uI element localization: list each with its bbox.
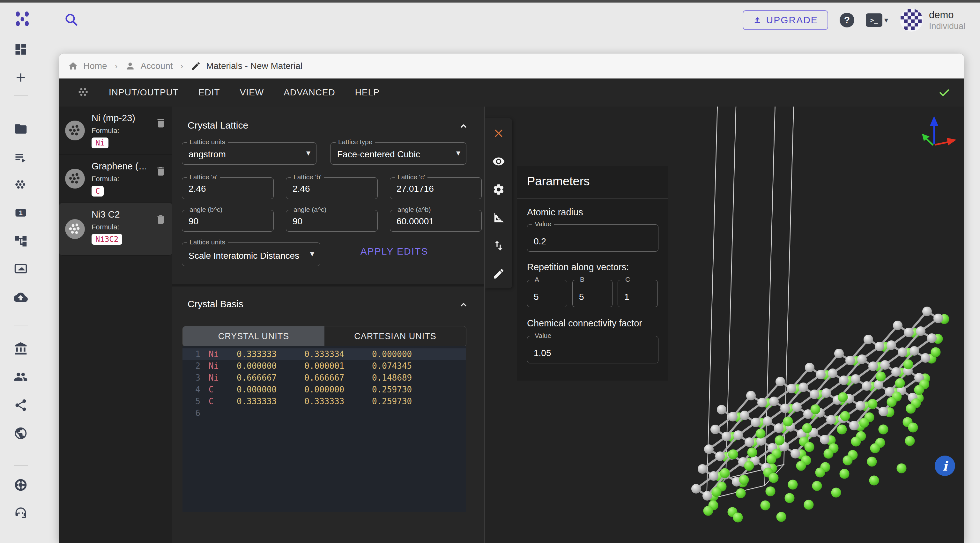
visibility-eye-icon[interactable] xyxy=(492,155,505,168)
menu-view[interactable]: VIEW xyxy=(240,88,264,98)
breadcrumb-home[interactable]: Home xyxy=(68,61,107,71)
workflows-tree-icon[interactable] xyxy=(14,234,28,248)
projects-folder-icon[interactable] xyxy=(14,122,28,136)
formula-chip: Ni3C2 xyxy=(92,234,122,245)
upload-icon xyxy=(753,16,762,25)
menu-advanced[interactable]: ADVANCED xyxy=(283,88,335,98)
menu-input-output[interactable]: INPUT/OUTPUT xyxy=(109,88,179,98)
cloud-upload-icon[interactable] xyxy=(14,290,28,304)
basis-row[interactable]: 2Ni0.0000000.0000010.074345 xyxy=(183,360,466,372)
delete-material-button[interactable] xyxy=(155,118,167,129)
settings-gear-icon[interactable] xyxy=(492,183,505,196)
formula-chip: C xyxy=(92,186,104,196)
material-item-ni3c2-selected[interactable]: Ni3 C2 Formula: Ni3C2 xyxy=(59,203,172,256)
jobs-playlist-icon[interactable] xyxy=(14,151,28,165)
edit-pencil-icon[interactable] xyxy=(492,268,505,280)
share-icon[interactable] xyxy=(14,398,28,412)
help-button[interactable]: ? xyxy=(840,13,854,27)
lattice-a-input[interactable]: Lattice 'a'2.46 xyxy=(182,177,274,199)
material-item-ni[interactable]: Ni (mp-23) Formula: Ni xyxy=(59,107,172,155)
formula-label: Formula: xyxy=(92,127,146,135)
measure-ruler-icon[interactable] xyxy=(492,211,505,224)
basis-row[interactable]: 5C0.3333330.3333330.259730 xyxy=(183,396,466,408)
angle-ab-input[interactable]: angle (a^b)60.00001 xyxy=(390,210,482,232)
material-title: Ni (mp-23) xyxy=(92,113,146,123)
editor-panel: Crystal Lattice Lattice units angstrom ▾… xyxy=(172,107,485,543)
repetition-c-input[interactable]: C1 xyxy=(617,280,658,307)
lattice-type-select[interactable]: Lattice type Face-centered Cubic ▾ xyxy=(331,142,466,165)
parameters-title: Parameters xyxy=(527,175,590,188)
dropdown-caret-icon: ▾ xyxy=(306,148,310,158)
tab-crystal-units[interactable]: CRYSTAL UNITS xyxy=(183,326,325,346)
unit-badge-icon[interactable]: 1 xyxy=(14,205,28,220)
svg-text:1: 1 xyxy=(19,209,22,216)
atomic-radius-label: Atomic radius xyxy=(527,207,583,218)
lattice-c-input[interactable]: Lattice 'c'27.01716 xyxy=(390,177,482,199)
collapse-chevron-up-icon[interactable] xyxy=(458,121,469,131)
collapse-chevron-up-icon[interactable] xyxy=(458,299,469,310)
viewer-toolbar xyxy=(485,118,512,288)
basis-code[interactable]: 1Ni0.3333330.3333340.0000002Ni0.0000000.… xyxy=(183,346,466,512)
console-menu-button[interactable]: >_ ▾ xyxy=(866,13,888,27)
support-wheel-icon[interactable] xyxy=(14,478,28,492)
close-icon[interactable] xyxy=(492,127,505,140)
connectivity-input[interactable]: Value1.05 xyxy=(527,336,659,363)
user-name: demo xyxy=(929,9,965,21)
material-item-graphene[interactable]: Graphene (… Formula: C xyxy=(59,155,172,203)
user-menu[interactable]: demo Individual xyxy=(900,8,965,32)
viewer-3d[interactable]: Parameters Atomic radius Value0.2 Repeti… xyxy=(485,107,964,543)
tab-cartesian-units[interactable]: CARTESIAN UNITS xyxy=(325,326,466,346)
lattice-units-mode-select[interactable]: Lattice units Scale Interatomic Distance… xyxy=(182,242,320,266)
sidebar-divider xyxy=(14,96,28,96)
lattice-b-input[interactable]: Lattice 'b'2.46 xyxy=(286,177,378,199)
upgrade-label: UPGRADE xyxy=(766,15,818,25)
crystal-basis-heading: Crystal Basis xyxy=(188,299,243,309)
menu-edit[interactable]: EDIT xyxy=(199,88,220,98)
home-icon xyxy=(68,61,78,71)
info-button[interactable]: i xyxy=(935,455,955,476)
upgrade-button[interactable]: UPGRADE xyxy=(743,10,828,30)
create-new-icon[interactable] xyxy=(14,70,28,84)
pencil-icon xyxy=(191,61,201,71)
atomic-radius-input[interactable]: Value0.2 xyxy=(527,224,659,252)
search-icon[interactable] xyxy=(64,12,79,27)
basis-row[interactable]: 6 xyxy=(183,408,466,419)
lattice-units-select[interactable]: Lattice units angstrom ▾ xyxy=(182,142,317,165)
section-divider xyxy=(172,284,484,287)
crystal-lattice-heading: Crystal Lattice xyxy=(188,120,248,131)
team-people-icon[interactable] xyxy=(14,370,28,384)
globe-icon[interactable] xyxy=(14,426,28,440)
organization-bank-icon[interactable] xyxy=(14,342,28,356)
basis-row[interactable]: 4C0.0000000.0000000.259730 xyxy=(183,384,466,396)
chevron-down-icon: ▾ xyxy=(884,16,888,25)
swap-axes-icon[interactable] xyxy=(492,239,505,252)
apply-edits-button[interactable]: APPLY EDITS xyxy=(350,246,439,257)
basis-row[interactable]: 1Ni0.3333330.3333340.000000 xyxy=(183,349,466,360)
material-thumbnail xyxy=(65,219,85,239)
save-check-icon[interactable] xyxy=(938,86,951,99)
angle-ac-input[interactable]: angle (a^c)90 xyxy=(286,210,378,232)
angle-bc-input[interactable]: angle (b^c)90 xyxy=(182,210,274,232)
main-card: Home › Account › Materials - New Materia… xyxy=(59,54,964,543)
menu-help[interactable]: HELP xyxy=(355,88,380,98)
trash-icon xyxy=(155,166,167,177)
material-title: Graphene (… xyxy=(92,161,146,172)
materials-list: Ni (mp-23) Formula: Ni Graphene (… xyxy=(59,107,172,543)
breadcrumb-account[interactable]: Account xyxy=(125,61,173,71)
trash-icon xyxy=(155,214,167,225)
repetition-b-input[interactable]: B5 xyxy=(572,280,612,307)
materials-icon[interactable] xyxy=(14,178,28,192)
headset-support-icon[interactable] xyxy=(14,506,28,520)
repetition-a-input[interactable]: A5 xyxy=(527,280,567,307)
delete-material-button[interactable] xyxy=(155,166,167,177)
delete-material-button[interactable] xyxy=(155,214,167,225)
parameters-divider xyxy=(517,198,668,199)
basis-row[interactable]: 3Ni0.6666670.6666670.148689 xyxy=(183,372,466,384)
avatar xyxy=(900,8,923,32)
bank-images-icon[interactable] xyxy=(14,262,28,275)
dropdown-caret-icon: ▾ xyxy=(456,148,460,158)
breadcrumb-current: Materials - New Material xyxy=(191,61,302,71)
breadcrumb-separator: › xyxy=(181,61,183,71)
editor-menubar: INPUT/OUTPUT EDIT VIEW ADVANCED HELP xyxy=(59,78,964,107)
dashboard-icon[interactable] xyxy=(14,43,28,56)
